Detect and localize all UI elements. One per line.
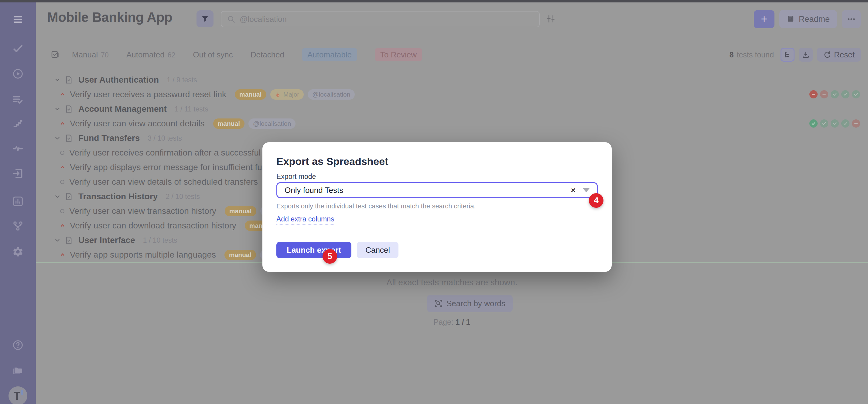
suite-doc-icon [64,105,73,113]
run-status-dots [809,119,860,128]
search-scan-icon [434,299,443,308]
tree-view-toggle-button[interactable] [780,48,795,62]
filter-button[interactable] [196,10,214,27]
manual-badge[interactable]: manual [235,89,266,100]
branch-icon[interactable] [12,220,24,232]
projects-folders-icon[interactable] [12,364,24,376]
add-button[interactable]: + [754,10,774,28]
flame-icon [275,91,281,97]
suite-title[interactable]: Account Management [79,104,167,114]
suite-row: Account Management 1 / 11 tests [36,102,868,116]
select-caret-icon[interactable] [583,188,589,192]
settings-gear-icon[interactable] [12,246,24,257]
runs-play-icon[interactable] [12,68,24,80]
funnel-icon [201,15,209,23]
filter-manual[interactable]: Manual 70 [72,50,109,60]
suite-title[interactable]: User Interface [79,236,135,245]
search-input[interactable]: @localisation [221,11,540,27]
filter-to-review-pill[interactable]: To Review [375,48,422,61]
hamburger-menu-icon[interactable] [12,14,24,25]
suite-count: 1 / 11 tests [175,105,208,113]
select-all-icon[interactable] [51,50,60,59]
circle-status-icon [60,150,65,156]
chevron-down-icon[interactable] [54,237,61,244]
manual-badge[interactable]: manual [213,119,245,129]
page-title: Mobile Banking App [47,10,172,25]
analytics-chart-icon[interactable] [12,196,24,207]
page-value: 1 / 1 [456,318,470,326]
chevron-down-icon[interactable] [54,135,61,142]
chevron-down-icon[interactable] [54,193,61,200]
export-mode-value: Only found Tests [285,186,567,195]
test-title[interactable]: Verify user receives confirmation after … [69,148,273,158]
filter-label: Detached [251,50,284,60]
help-icon[interactable] [12,339,24,351]
readme-button[interactable]: Readme [779,10,837,28]
filter-automatable-pill[interactable]: Automatable [302,48,357,61]
search-by-words-button[interactable]: Search by words [427,294,513,312]
tests-check-icon[interactable] [12,43,24,54]
tree-view-icon [783,51,792,59]
test-title[interactable]: Verify user can view account details [70,119,205,128]
workspace-logo[interactable]: T [8,386,27,404]
cancel-button[interactable]: Cancel [357,242,399,258]
test-title[interactable]: Verify user receives a password reset li… [70,90,226,99]
status-passed-icon [852,90,860,98]
export-download-button[interactable] [799,48,813,62]
test-title[interactable]: Verify user can view details of schedule… [69,177,258,187]
import-icon[interactable] [12,168,24,179]
plans-list-check-icon[interactable] [12,94,24,105]
filter-detached[interactable]: Detached [251,50,284,60]
suite-title[interactable]: User Authentication [79,75,159,85]
severity-badge[interactable]: Major [270,89,304,100]
filter-out-of-sync[interactable]: Out of sync [193,50,233,60]
search-value: @localisation [240,14,287,24]
clear-selection-icon[interactable]: × [567,186,580,195]
more-options-button[interactable] [842,10,861,28]
export-mode-select[interactable]: Only found Tests × [276,182,598,198]
status-passed-icon [809,119,817,128]
steps-icon[interactable] [12,117,24,128]
priority-up-icon [60,164,66,170]
add-extra-columns-link[interactable]: Add extra columns [276,215,334,224]
search-icon [227,15,236,23]
status-passed-icon [831,90,839,98]
filter-count: 70 [101,51,109,59]
chevron-down-icon[interactable] [54,76,61,83]
suite-count: 1 / 10 tests [143,236,177,245]
tag-badge[interactable]: @localisation [248,119,296,129]
launch-export-button[interactable]: Launch export [276,242,351,258]
chevron-down-icon[interactable] [54,106,61,113]
logo-accent [21,390,23,395]
suite-doc-icon [64,75,73,84]
activity-pulse-icon[interactable] [12,143,24,154]
search-settings-sliders-icon[interactable] [546,14,556,24]
priority-up-icon [60,121,66,127]
test-title[interactable]: Verify user can view transaction history [69,206,216,216]
suite-count: 3 / 10 tests [148,134,182,143]
test-title[interactable]: Verify user can download transaction his… [70,221,236,230]
severity-label: Major [283,91,300,98]
reset-button[interactable]: Reset [817,48,861,62]
circle-status-icon [60,208,65,214]
test-title[interactable]: Verify app supports multiple languages [70,250,216,260]
search-by-words-label: Search by words [446,299,505,308]
filter-automated[interactable]: Automated 62 [126,50,175,60]
manual-badge[interactable]: manual [225,206,256,216]
suite-count: 2 / 10 tests [165,193,200,201]
export-mode-label: Export mode [276,173,316,181]
priority-up-icon [60,91,66,97]
status-passed-icon [841,119,849,128]
suite-title[interactable]: Fund Transfers [79,133,140,143]
test-row: Verify user can view account details man… [36,116,868,131]
filter-label: Out of sync [193,50,233,60]
suite-doc-icon [64,192,73,201]
manual-badge[interactable]: manual [224,250,256,260]
logo-letter: T [14,390,20,402]
test-title[interactable]: Verify app displays error message for in… [70,162,276,172]
page-label: Page: [434,318,454,326]
run-status-dots [809,90,860,98]
priority-up-icon [60,252,66,258]
suite-title[interactable]: Transaction History [79,192,158,201]
tag-badge[interactable]: @localisation [308,89,355,100]
